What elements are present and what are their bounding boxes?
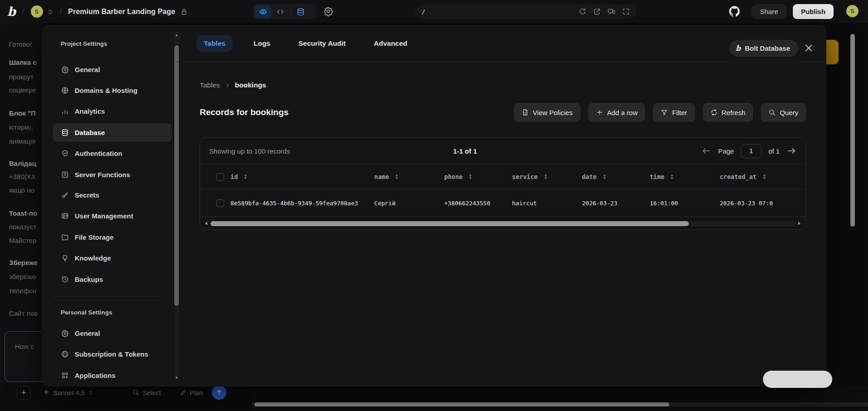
lightbulb-icon — [61, 254, 69, 262]
settings-gear-icon[interactable] — [323, 6, 333, 16]
row-checkbox[interactable] — [216, 199, 224, 207]
github-icon[interactable] — [728, 5, 741, 18]
workspace-switcher-icon[interactable] — [47, 8, 53, 15]
sidebar-item-domains-hosting[interactable]: Domains & Hosting — [53, 81, 172, 100]
sidebar-item-secrets[interactable]: Secrets — [53, 186, 172, 204]
database-panel-button[interactable] — [292, 5, 309, 18]
select-all-checkbox[interactable] — [216, 173, 224, 181]
scrollbar-thumb[interactable] — [211, 221, 689, 226]
scroll-left-arrow[interactable] — [204, 221, 209, 226]
tab-tables[interactable]: Tables — [197, 35, 233, 52]
key-icon — [61, 191, 69, 199]
page-label: Page — [718, 147, 734, 155]
shield-check-icon — [61, 150, 69, 157]
sidebar-item-file-storage[interactable]: File Storage — [53, 228, 172, 247]
fullscreen-icon[interactable] — [622, 8, 630, 15]
column-header-phone: phone — [444, 173, 463, 180]
close-icon[interactable] — [804, 43, 814, 53]
code-icon — [276, 8, 284, 16]
cell-date[interactable]: 2026-03-23 — [582, 200, 650, 207]
database-tab-bar: Tables Logs Security Audit Advanced — [177, 25, 826, 62]
sidebar-item-label: Applications — [75, 372, 115, 379]
sort-icon[interactable] — [242, 174, 249, 180]
floating-pill-button[interactable] — [763, 371, 832, 388]
next-page-button[interactable] — [786, 146, 796, 156]
database-icon — [61, 129, 69, 136]
attach-plus-button[interactable] — [17, 386, 31, 400]
sidebar-item-label: Knowledge — [75, 254, 111, 262]
cell-phone[interactable]: +380662243550 — [444, 200, 512, 207]
sort-icon[interactable] — [542, 174, 549, 180]
filter-button[interactable]: Filter — [653, 103, 695, 122]
sidebar-item-backups[interactable]: Backups — [53, 270, 172, 289]
preview-url-bar[interactable]: / — [415, 5, 636, 19]
cell-time[interactable]: 16:01:00 — [650, 200, 719, 207]
publish-button[interactable]: Publish — [793, 4, 834, 19]
table-row[interactable]: 8e589bfa-4635-4b6b-9349-59fea9708ae3 Сер… — [200, 189, 806, 217]
sidebar-item-general[interactable]: General — [53, 60, 172, 79]
chat-line: зберігаю — [9, 273, 36, 280]
code-view-button[interactable] — [272, 5, 289, 18]
refresh-button[interactable]: Refresh — [703, 103, 753, 122]
open-in-new-tab-icon[interactable] — [593, 8, 601, 15]
cell-id[interactable]: 8e589bfa-4635-4b6b-9349-59fea9708ae3 — [230, 200, 374, 207]
bolt-logo[interactable]: b — [7, 5, 16, 19]
reload-icon[interactable] — [579, 8, 586, 15]
preview-eye-button[interactable] — [254, 5, 272, 18]
breadcrumb-tables[interactable]: Tables — [200, 81, 220, 89]
sort-icon[interactable] — [467, 174, 474, 180]
cell-service[interactable]: haircut — [512, 200, 582, 207]
sidebar-item-user-management[interactable]: User Management — [53, 207, 172, 225]
record-range-text: 1-1 of 1 — [431, 147, 499, 155]
select-tool-button[interactable]: Select — [133, 386, 161, 400]
sidebar-item-label: Server Functions — [75, 171, 130, 179]
eye-icon — [259, 8, 267, 16]
column-header-id: id — [230, 173, 238, 180]
send-button[interactable] — [212, 385, 226, 400]
model-selector[interactable]: Sonnet 4.5 — [43, 386, 93, 400]
cell-name[interactable]: Сергій — [374, 200, 444, 207]
responsive-devices-icon[interactable] — [608, 8, 615, 15]
scroll-right-arrow[interactable] — [796, 221, 802, 226]
funnel-icon — [661, 109, 668, 116]
sort-icon[interactable] — [393, 174, 400, 180]
globe-icon — [61, 87, 69, 94]
column-header-date: date — [582, 173, 597, 180]
sidebar-item-applications[interactable]: Applications — [53, 366, 172, 385]
arrow-up-icon — [216, 389, 223, 396]
sort-icon[interactable] — [761, 174, 767, 180]
sidebar-item-server-functions[interactable]: Server Functions — [53, 165, 172, 184]
share-button[interactable]: Share — [752, 4, 786, 19]
preview-horizontal-scrollbar-thumb[interactable] — [254, 402, 669, 406]
sidebar-item-database[interactable]: Database — [53, 123, 172, 142]
sidebar-item-knowledge[interactable]: Knowledge — [53, 249, 172, 267]
view-policies-button[interactable]: View Policies — [514, 103, 580, 122]
sidebar-item-subscription-tokens[interactable]: Subscription & Tokens — [53, 345, 172, 363]
chat-line: Збереже — [9, 259, 38, 266]
add-row-button[interactable]: Add a row — [588, 103, 646, 122]
user-avatar[interactable]: S — [846, 5, 858, 17]
tab-logs[interactable]: Logs — [246, 35, 278, 52]
tab-advanced[interactable]: Advanced — [366, 35, 414, 52]
plan-mode-button[interactable]: Plan — [180, 386, 203, 400]
sort-icon[interactable] — [669, 174, 675, 180]
previous-page-button[interactable] — [701, 146, 711, 156]
history-icon — [61, 276, 69, 283]
workspace-avatar[interactable]: S — [31, 5, 43, 18]
page-vertical-scrollbar[interactable] — [850, 34, 855, 227]
sidebar-item-analytics[interactable]: Analytics — [53, 102, 172, 121]
gear-icon — [61, 329, 69, 337]
sidebar-item-personal-general[interactable]: General — [53, 324, 172, 343]
cell-created-at[interactable]: 2026-03-23 07:0 — [719, 200, 806, 207]
bolt-database-badge: b Bolt Database — [729, 40, 798, 57]
chat-line: Блок "П — [9, 109, 36, 117]
project-title: Premium Barber Landing Page — [68, 8, 175, 16]
column-header-created-at: created_at — [719, 173, 756, 180]
query-button[interactable]: Query — [761, 103, 806, 122]
page-number-input[interactable] — [741, 144, 762, 158]
sort-icon[interactable] — [601, 174, 608, 180]
tab-security-audit[interactable]: Security Audit — [291, 35, 353, 52]
pencil-icon — [180, 389, 187, 396]
sidebar-item-authentication[interactable]: Authentication — [53, 144, 172, 163]
sidebar-item-label: Domains & Hosting — [75, 87, 137, 94]
